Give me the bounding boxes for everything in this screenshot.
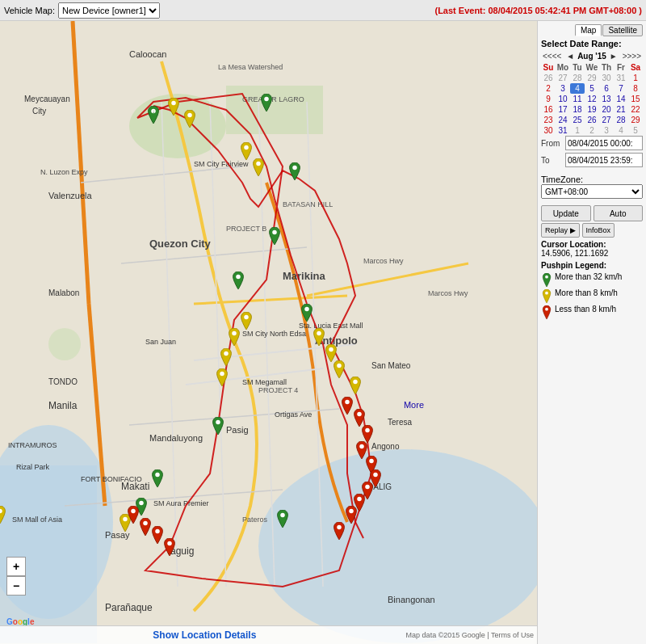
cal-day-28[interactable]: 28 xyxy=(614,115,628,125)
cal-day-10[interactable]: 10 xyxy=(556,94,570,104)
cal-day-3[interactable]: 3 xyxy=(556,83,570,94)
pin-red-6[interactable] xyxy=(360,425,375,443)
svg-point-100 xyxy=(337,525,342,530)
pin-yellow-11[interactable] xyxy=(332,360,346,378)
cal-day-6[interactable]: 6 xyxy=(599,83,614,94)
pin-yellow-3[interactable] xyxy=(239,142,254,160)
zoom-out-button[interactable]: − xyxy=(6,576,26,596)
svg-point-88 xyxy=(131,509,136,514)
cal-day-29[interactable]: 29 xyxy=(585,73,599,83)
pin-yellow-4[interactable] xyxy=(251,158,266,176)
cal-day-1[interactable]: 1 xyxy=(628,73,643,83)
cal-day-14[interactable]: 14 xyxy=(614,94,628,104)
pin-red-14[interactable] xyxy=(162,538,177,556)
replay-row: Replay ▶ InfoBox xyxy=(541,223,643,238)
cal-day-31[interactable]: 31 xyxy=(614,73,628,83)
cal-next-btn[interactable]: ► xyxy=(608,52,619,61)
cal-day-26[interactable]: 26 xyxy=(541,73,556,83)
infobox-button[interactable]: InfoBox xyxy=(582,223,615,238)
zoom-in-button[interactable]: + xyxy=(6,557,26,576)
pin-yellow-12[interactable] xyxy=(348,377,363,394)
cal-day-11[interactable]: 11 xyxy=(570,94,585,104)
pin-green-5[interactable] xyxy=(231,271,245,289)
pin-green-4[interactable] xyxy=(267,227,282,245)
cal-prev-btn[interactable]: ◄ xyxy=(564,52,576,61)
pin-yellow-10[interactable] xyxy=(324,344,338,362)
svg-text:La Mesa Watershed: La Mesa Watershed xyxy=(218,63,283,71)
pin-yellow-8[interactable] xyxy=(215,368,229,386)
pin-red-13[interactable] xyxy=(332,522,346,540)
pin-yellow-9[interactable] xyxy=(312,328,326,346)
tab-satellite[interactable]: Satellite xyxy=(602,24,643,36)
cal-day-4[interactable]: 4 xyxy=(614,125,628,136)
pin-green-8[interactable] xyxy=(150,469,165,487)
cal-day-9[interactable]: 9 xyxy=(541,94,556,104)
cal-day-13[interactable]: 13 xyxy=(599,94,614,104)
calendar-nav: <<<< ◄ Aug '15 ► >>>> xyxy=(541,52,643,61)
pin-yellow-5[interactable] xyxy=(239,312,254,330)
pin-green-7[interactable] xyxy=(211,417,225,435)
cal-day-29[interactable]: 29 xyxy=(628,115,643,125)
from-date-input[interactable] xyxy=(565,136,643,150)
cal-day-22[interactable]: 22 xyxy=(628,104,643,115)
cal-day-16[interactable]: 16 xyxy=(541,104,556,115)
pin-yellow-7[interactable] xyxy=(219,348,233,366)
pin-green-2[interactable] xyxy=(259,94,274,112)
map-area[interactable]: Caloocan Meycauayan City Valenzuela Mala… xyxy=(0,21,537,644)
svg-text:Teresa: Teresa xyxy=(388,418,412,427)
cal-prev-prev-btn[interactable]: <<<< xyxy=(541,52,563,61)
pin-green-10[interactable] xyxy=(275,510,290,528)
cal-day-2[interactable]: 2 xyxy=(541,83,556,94)
svg-point-95 xyxy=(369,459,374,464)
cal-day-7[interactable]: 7 xyxy=(614,83,628,94)
to-date-input[interactable] xyxy=(565,153,643,167)
pin-green-1[interactable]: ↓ xyxy=(146,106,161,124)
cal-day-18[interactable]: 18 xyxy=(570,104,585,115)
cal-day-8[interactable]: 8 xyxy=(628,83,643,94)
cal-day-19[interactable]: 19 xyxy=(585,104,599,115)
timezone-select[interactable]: GMT+08:00 xyxy=(541,184,643,199)
cal-day-17[interactable]: 17 xyxy=(556,104,570,115)
pin-green-6[interactable] xyxy=(300,304,314,322)
svg-text:TONDO: TONDO xyxy=(48,377,78,386)
cal-day-30[interactable]: 30 xyxy=(599,73,614,83)
cal-day-20[interactable]: 20 xyxy=(599,104,614,115)
cal-day-26[interactable]: 26 xyxy=(585,115,599,125)
cal-day-27[interactable]: 27 xyxy=(599,115,614,125)
cal-day-15[interactable]: 15 xyxy=(628,94,643,104)
show-location-details-link[interactable]: Show Location Details xyxy=(153,629,256,641)
auto-button[interactable]: Auto xyxy=(594,205,644,221)
pin-yellow-1[interactable] xyxy=(166,98,181,116)
device-select[interactable]: New Device [owner1] xyxy=(58,2,160,19)
cal-day-30[interactable]: 30 xyxy=(541,125,556,136)
cal-day-31[interactable]: 31 xyxy=(556,125,570,136)
pin-yellow-6[interactable] xyxy=(227,328,241,346)
cal-day-28[interactable]: 28 xyxy=(570,73,585,83)
cal-day-3[interactable]: 3 xyxy=(599,125,614,136)
more-label[interactable]: More xyxy=(404,400,424,410)
cal-day-4[interactable]: 4 xyxy=(570,83,585,94)
tab-map[interactable]: Map xyxy=(575,24,602,36)
cal-day-5[interactable]: 5 xyxy=(585,83,599,94)
pin-red-5[interactable] xyxy=(352,409,367,427)
cal-day-27[interactable]: 27 xyxy=(556,73,570,83)
cal-day-21[interactable]: 21 xyxy=(614,104,628,115)
replay-button[interactable]: Replay ▶ xyxy=(541,223,580,238)
pin-yellow-13[interactable] xyxy=(0,506,7,524)
cal-week-row: 303112345 xyxy=(541,125,643,136)
legend-yellow-text: More than 8 km/h xyxy=(555,288,618,298)
cal-day-25[interactable]: 25 xyxy=(570,115,585,125)
pin-yellow-2[interactable] xyxy=(182,110,197,128)
cal-day-24[interactable]: 24 xyxy=(556,115,570,125)
cal-day-1[interactable]: 1 xyxy=(570,125,585,136)
svg-point-76 xyxy=(244,145,249,150)
cal-day-5[interactable]: 5 xyxy=(628,125,643,136)
cal-day-12[interactable]: 12 xyxy=(585,94,599,104)
pin-red-12[interactable] xyxy=(344,506,359,524)
cal-day-23[interactable]: 23 xyxy=(541,115,556,125)
legend-green-icon xyxy=(541,273,552,287)
cal-day-2[interactable]: 2 xyxy=(585,125,599,136)
cal-next-next-btn[interactable]: >>>> xyxy=(621,52,643,61)
update-button[interactable]: Update xyxy=(541,205,591,221)
pin-green-3[interactable] xyxy=(287,162,302,180)
